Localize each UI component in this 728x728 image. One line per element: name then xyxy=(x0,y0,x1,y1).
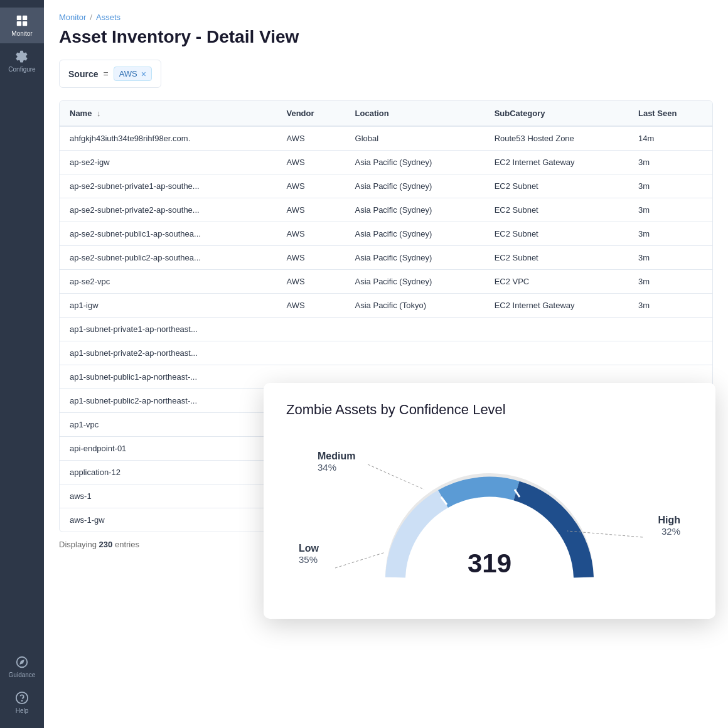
svg-line-12 xyxy=(567,531,643,537)
sidebar-item-monitor[interactable]: Monitor xyxy=(0,8,44,43)
cell-subcategory: Route53 Hosted Zone xyxy=(484,126,628,151)
cell-location: Asia Pacific (Sydney) xyxy=(345,270,484,294)
sidebar-item-help[interactable]: Help xyxy=(0,685,44,720)
cell-name: ap1-subnet-private2-ap-northeast... xyxy=(60,341,276,365)
sidebar-item-help-label: Help xyxy=(16,707,29,714)
table-row[interactable]: ap-se2-vpcAWSAsia Pacific (Sydney)EC2 VP… xyxy=(60,270,712,294)
high-label-pct: 32% xyxy=(658,526,680,537)
filter-label: Source xyxy=(68,69,98,79)
cell-subcategory: EC2 Subnet xyxy=(484,198,628,222)
cell-location: Asia Pacific (Sydney) xyxy=(345,222,484,246)
table-row[interactable]: ap1-subnet-private2-ap-northeast... xyxy=(60,341,712,365)
cell-last_seen: 3m xyxy=(628,270,712,294)
cell-location: Asia Pacific (Sydney) xyxy=(345,246,484,270)
cell-subcategory xyxy=(484,318,628,341)
high-dashed-line xyxy=(567,525,643,550)
medium-label-pct: 34% xyxy=(318,462,355,473)
table-row[interactable]: ap1-subnet-private1-ap-northeast... xyxy=(60,318,712,341)
svg-line-10 xyxy=(368,464,424,490)
cell-vendor: AWS xyxy=(276,151,345,174)
cell-subcategory: EC2 Internet Gateway xyxy=(484,294,628,318)
svg-marker-5 xyxy=(19,660,24,665)
table-row[interactable]: ap-se2-subnet-private2-ap-southe...AWSAs… xyxy=(60,198,712,222)
cell-name: ap1-igw xyxy=(60,294,276,318)
status-count: 230 xyxy=(99,540,113,549)
table-header-row: Name ↓ Vendor Location SubCategory Last … xyxy=(60,101,712,126)
low-label-pct: 35% xyxy=(299,554,319,565)
cell-name: application-12 xyxy=(60,461,276,484)
medium-dashed-line xyxy=(368,464,443,502)
high-label-name: High xyxy=(658,515,680,526)
table-row[interactable]: ahfgkjh43iuth34te98rihf98er.com.AWSGloba… xyxy=(60,126,712,151)
cell-name: ap-se2-subnet-public2-ap-southea... xyxy=(60,246,276,270)
cell-vendor xyxy=(276,318,345,341)
filter-tag-aws[interactable]: AWS × xyxy=(114,67,152,81)
cell-last_seen xyxy=(628,318,712,341)
grid-icon xyxy=(15,14,29,28)
col-subcategory: SubCategory xyxy=(484,101,628,126)
col-vendor: Vendor xyxy=(276,101,345,126)
sidebar-item-monitor-label: Monitor xyxy=(11,30,32,37)
svg-line-11 xyxy=(335,552,385,568)
table-row[interactable]: ap-se2-subnet-public2-ap-southea...AWSAs… xyxy=(60,246,712,270)
cell-name: ap1-subnet-public1-ap-northeast-... xyxy=(60,365,276,389)
cell-name: ap1-subnet-private1-ap-northeast... xyxy=(60,318,276,341)
cell-vendor: AWS xyxy=(276,222,345,246)
cell-subcategory: EC2 Subnet xyxy=(484,246,628,270)
breadcrumb-parent[interactable]: Monitor xyxy=(59,13,86,22)
cell-last_seen: 3m xyxy=(628,174,712,198)
cell-location: Asia Pacific (Sydney) xyxy=(345,174,484,198)
cell-name: api-endpoint-01 xyxy=(60,437,276,461)
cell-name: aws-1 xyxy=(60,484,276,508)
popup-title: Zombie Assets by Confidence Level xyxy=(286,402,693,418)
cell-name: ap1-vpc xyxy=(60,413,276,437)
breadcrumb-current[interactable]: Assets xyxy=(96,13,120,22)
cell-name: ap-se2-subnet-public1-ap-southea... xyxy=(60,222,276,246)
cell-name: ahfgkjh43iuth34te98rihf98er.com. xyxy=(60,126,276,151)
status-prefix: Displaying xyxy=(59,540,97,549)
table-row[interactable]: ap1-igwAWSAsia Pacific (Tokyo)EC2 Intern… xyxy=(60,294,712,318)
cell-subcategory xyxy=(484,341,628,365)
cell-name: ap-se2-vpc xyxy=(60,270,276,294)
svg-rect-2 xyxy=(17,21,21,26)
breadcrumb: Monitor / Assets xyxy=(59,13,713,22)
table-row[interactable]: ap-se2-subnet-public1-ap-southea...AWSAs… xyxy=(60,222,712,246)
status-suffix: entries xyxy=(115,540,139,549)
question-icon xyxy=(15,691,29,705)
gauge-chart: Medium 34% Low 35% High xyxy=(286,433,693,596)
filter-tag-close-icon[interactable]: × xyxy=(141,70,146,78)
filter-operator: = xyxy=(103,69,108,79)
cell-last_seen: 3m xyxy=(628,151,712,174)
cell-subcategory: EC2 Subnet xyxy=(484,174,628,198)
cell-location: Asia Pacific (Sydney) xyxy=(345,198,484,222)
breadcrumb-separator: / xyxy=(90,13,92,22)
zombie-assets-popup: Zombie Assets by Confidence Level xyxy=(264,383,715,619)
svg-rect-0 xyxy=(17,16,21,20)
col-location: Location xyxy=(345,101,484,126)
cell-vendor xyxy=(276,341,345,365)
cell-subcategory: EC2 Subnet xyxy=(484,222,628,246)
filter-tag-value: AWS xyxy=(119,69,137,78)
sidebar-item-guidance[interactable]: Guidance xyxy=(0,649,44,685)
gear-icon xyxy=(15,50,29,63)
sidebar: Monitor Configure Guidance Help xyxy=(0,0,44,728)
gauge-center-value: 319 xyxy=(468,549,511,579)
cell-last_seen: 3m xyxy=(628,294,712,318)
cell-name: aws-1-gw xyxy=(60,508,276,532)
compass-icon xyxy=(15,655,29,669)
cell-last_seen: 14m xyxy=(628,126,712,151)
page-title: Asset Inventory - Detail View xyxy=(59,27,713,47)
table-row[interactable]: ap-se2-subnet-private1-ap-southe...AWSAs… xyxy=(60,174,712,198)
cell-vendor: AWS xyxy=(276,174,345,198)
col-name[interactable]: Name ↓ xyxy=(60,101,276,126)
sidebar-item-configure[interactable]: Configure xyxy=(0,43,44,79)
sort-arrow-name: ↓ xyxy=(97,109,101,118)
cell-name: ap-se2-igw xyxy=(60,151,276,174)
cell-location xyxy=(345,318,484,341)
cell-vendor: AWS xyxy=(276,126,345,151)
low-label-name: Low xyxy=(299,543,319,554)
cell-name: ap-se2-subnet-private2-ap-southe... xyxy=(60,198,276,222)
cell-subcategory: EC2 VPC xyxy=(484,270,628,294)
cell-location xyxy=(345,341,484,365)
table-row[interactable]: ap-se2-igwAWSAsia Pacific (Sydney)EC2 In… xyxy=(60,151,712,174)
